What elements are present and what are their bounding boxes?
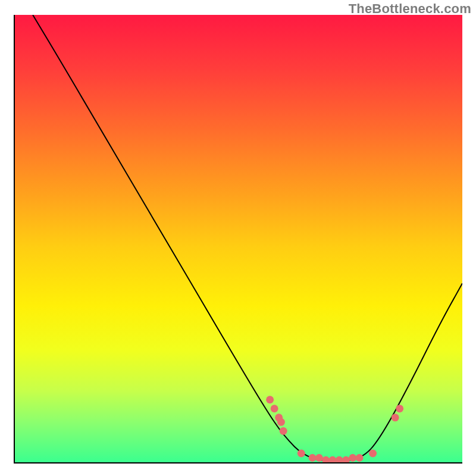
highlight-dot [328,456,336,462]
highlight-dot [298,449,305,457]
highlight-dot [356,454,364,462]
highlight-dots [266,396,403,462]
highlight-dot [396,405,403,412]
highlight-dot [349,454,356,462]
highlight-dot [309,454,317,462]
bottleneck-curve [33,15,462,461]
highlight-dot [369,449,377,457]
highlight-dot [322,456,330,462]
highlight-dot [315,454,323,462]
highlight-dot [277,418,285,426]
highlight-dot [271,405,278,412]
chart-canvas: TheBottleneck.com [0,0,476,476]
curve-layer [15,15,462,462]
highlight-dot [280,427,287,435]
highlight-dot [342,456,350,462]
highlight-dot [392,414,399,421]
plot-area [14,15,462,464]
highlight-dot [336,456,343,462]
highlight-dot [266,396,274,403]
